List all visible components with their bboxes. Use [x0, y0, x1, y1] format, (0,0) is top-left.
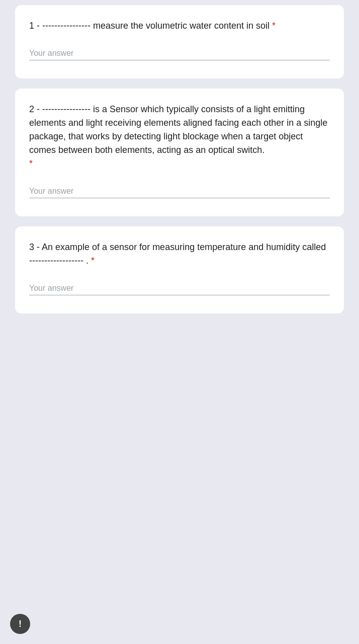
answer-input-2[interactable] [29, 187, 330, 196]
answer-field-container-3 [29, 284, 330, 295]
question-card-2: 2 - ---------------- is a Sensor which t… [15, 89, 344, 216]
alert-icon: ! [19, 619, 22, 629]
answer-field-container-2 [29, 187, 330, 198]
question-text-3: 3 - An example of a sensor for measuring… [29, 240, 330, 268]
question-text-2: 2 - ---------------- is a Sensor which t… [29, 103, 330, 171]
question-label-2: 2 - ---------------- is a Sensor which t… [29, 104, 327, 155]
question-label-3: 3 - An example of a sensor for measuring… [29, 242, 326, 266]
required-star-2: * [29, 158, 33, 169]
alert-button[interactable]: ! [10, 614, 30, 634]
page-container: 1 - ---------------- measure the volumet… [0, 0, 359, 644]
required-star-1: * [272, 21, 276, 31]
answer-field-container-1 [29, 49, 330, 60]
question-text-1: 1 - ---------------- measure the volumet… [29, 19, 330, 33]
answer-input-1[interactable] [29, 49, 330, 58]
question-card-1: 1 - ---------------- measure the volumet… [15, 5, 344, 78]
question-card-3: 3 - An example of a sensor for measuring… [15, 226, 344, 313]
answer-input-3[interactable] [29, 284, 330, 293]
question-label-1: 1 - ---------------- measure the volumet… [29, 21, 270, 31]
required-star-3: * [91, 256, 95, 266]
